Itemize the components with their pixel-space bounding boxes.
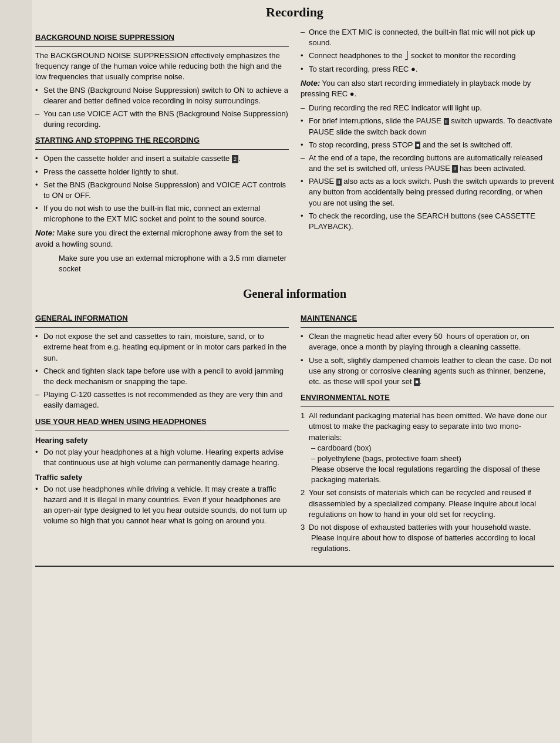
- list-item: Check and tighten slack tape before use …: [35, 366, 289, 387]
- starting-stopping-bullets: Open the cassette holder and insert a su…: [35, 153, 289, 224]
- dash-ext-mic: Once the EXT MIC is connected, the built…: [301, 27, 554, 48]
- list-item: To start recording, press REC ●.: [301, 64, 554, 75]
- right-bullets-mid: For brief interruptions, slide the PAUSE…: [301, 116, 554, 150]
- list-item: 3 Do not dispose of exhausted batteries …: [301, 522, 554, 554]
- pause-icon-2: II: [452, 165, 457, 173]
- list-item: 1 All redundant packaging material has b…: [301, 411, 554, 485]
- recording-right-col: Once the EXT MIC is connected, the built…: [301, 27, 554, 275]
- right-bullets-bottom: PAUSE II also acts as a lock switch. Pus…: [301, 176, 554, 232]
- starting-stopping-heading: STARTING AND STOPPING THE RECORDING: [35, 136, 289, 144]
- general-info-section: General information GENERAL INFORMATION …: [35, 287, 554, 566]
- traffic-safety-label: Traffic safety: [35, 473, 289, 482]
- env-sub-item: – cardboard (box): [311, 443, 554, 453]
- env-sub-item: – polyethylene (bags, protective foam sh…: [311, 453, 554, 464]
- list-item: Do not expose the set and cassettes to r…: [35, 331, 289, 364]
- list-item: Do not play your headphones at a high vo…: [35, 447, 289, 468]
- list-num: 3: [301, 522, 305, 533]
- list-item: Open the cassette holder and insert a su…: [35, 153, 289, 164]
- env-sub-item: Please observe the local regulations reg…: [311, 464, 554, 485]
- list-item: To stop recording, press STOP ■ and the …: [301, 140, 554, 150]
- recording-title: Recording: [35, 5, 554, 20]
- list-num: 2: [301, 488, 305, 498]
- list-item: Connect headphones to the ⎦ socket to mo…: [301, 51, 554, 61]
- list-item: Do not use headphones while driving a ve…: [35, 484, 289, 527]
- divider-1: [35, 46, 289, 47]
- list-item: Press the cassette holder lightly to shu…: [35, 167, 289, 177]
- background-noise-paragraph: The BACKGROUND NOISE SUPPRESSION effecti…: [35, 51, 289, 83]
- list-item: PAUSE II also acts as a lock switch. Pus…: [301, 176, 554, 209]
- general-info-heading: GENERAL INFORMATION: [35, 314, 289, 322]
- list-item: Set the BNS (Background Noise Suppressio…: [35, 180, 289, 201]
- list-item: Use a soft, slightly dampened chamois le…: [301, 355, 554, 388]
- divider-5: [301, 327, 554, 328]
- left-texture: [0, 0, 32, 743]
- list-item: To check the recording, use the SEARCH b…: [301, 211, 554, 232]
- list-item: Clean the magnetic head after every 50 h…: [301, 331, 554, 352]
- dash-c120: Playing C-120 cassettes is not recommend…: [35, 389, 289, 411]
- divider-2: [35, 149, 289, 150]
- dash-rec-indicator: During recording the red REC indicator w…: [301, 103, 554, 113]
- list-item: If you do not wish to use the built-in f…: [35, 203, 289, 224]
- stop-icon: ■: [415, 142, 420, 149]
- maintenance-heading: MAINTENANCE: [301, 314, 554, 322]
- list-item: For brief interruptions, slide the PAUSE…: [301, 116, 554, 137]
- env-sub-item: Please inquire about how to dispose of b…: [311, 533, 554, 554]
- environmental-list: 1 All redundant packaging material has b…: [301, 411, 554, 554]
- background-noise-bullets: Set the BNS (Background Noise Suppressio…: [35, 85, 289, 106]
- general-info-left-col: GENERAL INFORMATION Do not expose the se…: [35, 308, 289, 556]
- maintenance-bullets: Clean the magnetic head after every 50 h…: [301, 331, 554, 387]
- note-label-2: Note:: [301, 79, 320, 88]
- general-info-bullets: Do not expose the set and cassettes to r…: [35, 331, 289, 387]
- note-label-1: Note:: [35, 228, 55, 237]
- dash-item-voice-act: You can use VOICE ACT with the BNS (Back…: [35, 109, 289, 130]
- divider-4: [35, 431, 289, 431]
- note-block-1: Note: Make sure you direct the external …: [35, 228, 289, 249]
- general-info-right-col: MAINTENANCE Clean the magnetic head afte…: [301, 308, 554, 556]
- note-block-2: Note: You can also start recording immed…: [301, 78, 554, 99]
- dash-end-tape: At the end of a tape, the recording butt…: [301, 153, 554, 174]
- background-noise-heading: BACKGROUND NOISE SUPPRESSION: [35, 33, 289, 42]
- list-item: 2 Your set consists of materials which c…: [301, 488, 554, 520]
- set-icon: ■: [414, 378, 419, 386]
- list-item: Set the BNS (Background Noise Suppressio…: [35, 85, 289, 106]
- headphones-heading: USE YOUR HEAD WHEN USING HEADPHONES: [35, 417, 289, 426]
- hearing-safety-bullets: Do not play your headphones at a high vo…: [35, 447, 289, 468]
- bottom-border: [35, 566, 554, 567]
- divider-3: [35, 327, 289, 328]
- cassette-icon: 2: [232, 155, 238, 164]
- note-indent-1: Make sure you use an external microphone…: [35, 253, 289, 274]
- right-bullets-top: Connect headphones to the ⎦ socket to mo…: [301, 51, 554, 74]
- recording-left-col: BACKGROUND NOISE SUPPRESSION The BACKGRO…: [35, 27, 289, 275]
- divider-6: [301, 406, 554, 407]
- list-num: 1: [301, 411, 305, 421]
- environmental-heading: ENVIRONMENTAL NOTE: [301, 393, 554, 402]
- pause-icon-3: II: [336, 179, 342, 186]
- traffic-safety-bullets: Do not use headphones while driving a ve…: [35, 484, 289, 527]
- general-info-title: General information: [35, 287, 554, 301]
- pause-icon: II: [444, 118, 449, 126]
- hearing-safety-label: Hearing safety: [35, 436, 289, 445]
